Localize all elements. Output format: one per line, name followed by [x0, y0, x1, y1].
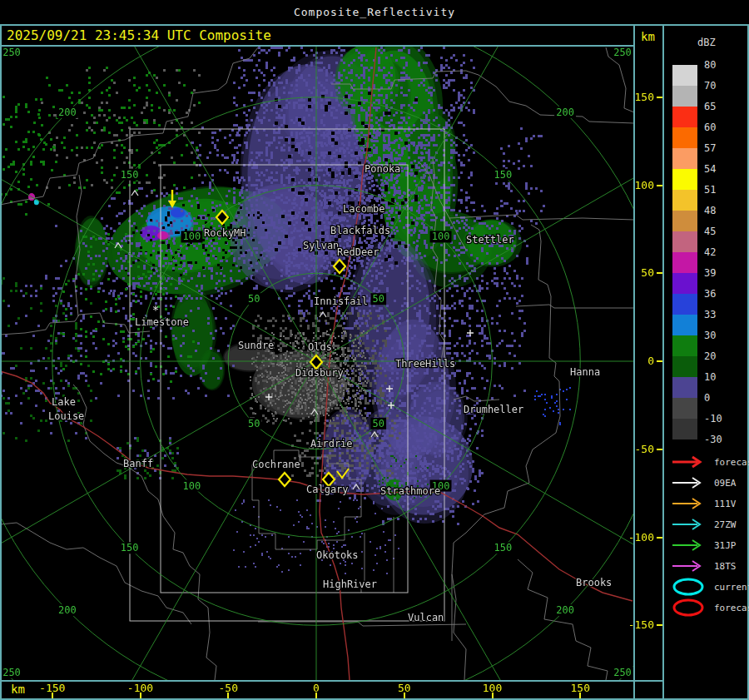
- ring-distance-label: 200: [58, 107, 77, 118]
- bottom-tick-mark: [140, 693, 141, 698]
- city-label: Limestone: [135, 316, 189, 328]
- right-tick-mark: [657, 449, 662, 450]
- scale-swatch: [672, 294, 697, 315]
- track-arrow-icon: [671, 514, 707, 534]
- scale-value-label: 57: [704, 142, 716, 154]
- scale-value-label: -30: [704, 434, 722, 445]
- radar-coverage-box: [130, 129, 444, 621]
- right-tick-mark: [657, 624, 662, 626]
- radar-app-window: { "title": "Composite_Reflectivity", "he…: [0, 0, 749, 700]
- check-marker: [337, 469, 349, 478]
- city-label: Okotoks: [316, 549, 359, 561]
- town-plus-marker: [386, 385, 393, 392]
- scale-swatch: [672, 252, 697, 273]
- peak-caret-marker: [131, 191, 138, 196]
- legend-item: 31JP: [671, 537, 737, 554]
- right-tick-label: 0: [627, 355, 654, 367]
- ring-distance-label: 100: [432, 231, 450, 242]
- right-tick-mark: [657, 97, 662, 98]
- county-boundary-line: [0, 47, 258, 205]
- legend-item-label: 111V: [714, 499, 737, 509]
- peak-caret-marker: [320, 312, 326, 317]
- ring-distance-label: 50: [373, 418, 384, 429]
- ring-distance-label: 50: [373, 293, 384, 305]
- legend-item-label: 31JP: [714, 540, 737, 551]
- city-label: Airdrie: [310, 438, 353, 449]
- city-label: Drumheller: [464, 404, 523, 415]
- scale-value-label: 65: [704, 101, 716, 112]
- city-label: Stettler: [466, 234, 514, 246]
- legend-item-label: 18TS: [714, 561, 737, 572]
- city-label: ThreeHills: [395, 358, 455, 370]
- county-boundary-line: [0, 523, 191, 624]
- scale-value-label: 42: [704, 246, 716, 258]
- scale-value-label: 36: [704, 288, 716, 300]
- city-label: Vulcan: [408, 612, 444, 623]
- right-tick-mark: [657, 185, 662, 186]
- track-arrow-icon: [671, 556, 707, 576]
- scale-value-label: 48: [704, 205, 716, 216]
- right-tick-label: 100: [627, 179, 654, 191]
- ring-distance-label: 150: [121, 169, 139, 181]
- window-title: Composite_Reflectivity: [0, 0, 749, 24]
- bottom-tick-mark: [52, 693, 53, 698]
- timestamp-label: 2025/09/21 23:45:34 UTC Composite: [7, 27, 271, 43]
- ring-distance-label: 250: [2, 47, 21, 58]
- county-boundary-line: [75, 175, 82, 316]
- legend-item: forecast: [671, 454, 749, 470]
- peak-caret-marker: [311, 410, 318, 415]
- scale-swatch: [672, 148, 697, 169]
- radar-map[interactable]: 5050505010010010010015015015015020020020…: [0, 47, 634, 680]
- county-boundary-line: [449, 215, 634, 220]
- scale-value-label: -10: [704, 413, 722, 424]
- legend-item-label: 09EA: [714, 478, 737, 489]
- ring-distance-label: 100: [183, 231, 201, 242]
- county-boundary-line: [452, 225, 560, 680]
- bottom-tick-mark: [492, 693, 494, 698]
- right-axis-unit-label: km: [641, 30, 655, 43]
- city-label: Didsbury: [295, 367, 344, 379]
- site-diamond-marker[interactable]: [334, 260, 345, 273]
- scale-swatch: [672, 273, 697, 294]
- ring-distance-label: 200: [556, 604, 574, 616]
- scale-swatch: [672, 86, 697, 107]
- city-label: Sylvan: [303, 240, 339, 251]
- ring-distance-label: 200: [58, 604, 77, 616]
- scale-value-label: 60: [704, 122, 716, 133]
- right-tick-label: -100: [627, 531, 654, 544]
- county-boundary-line: [454, 396, 499, 401]
- county-boundary-line: [73, 385, 216, 680]
- scale-value-label: 45: [704, 226, 716, 237]
- title-divider: [0, 24, 749, 26]
- scale-swatch: [672, 398, 697, 419]
- peak-caret-marker: [353, 484, 360, 489]
- scale-value-label: 54: [704, 163, 716, 175]
- city-label: Brooks: [576, 577, 612, 588]
- bottom-tick-mark: [227, 693, 229, 698]
- bottom-tick-mark: [579, 693, 581, 698]
- scale-swatch: [672, 231, 697, 252]
- range-spoke: [316, 361, 634, 603]
- scale-swatch: [672, 127, 697, 148]
- city-label: Lacombe: [343, 203, 385, 215]
- city-label: Olds: [308, 341, 332, 353]
- legend-item: forecast: [671, 599, 749, 616]
- scale-value-label: 70: [704, 80, 716, 92]
- right-tick-label: -150: [627, 618, 654, 631]
- ring-distance-label: 50: [248, 418, 260, 429]
- site-diamond-marker[interactable]: [216, 211, 228, 224]
- storm-ellipse-icon: [671, 577, 707, 597]
- scale-value-label: 20: [704, 350, 716, 362]
- bottom-tick-mark: [315, 693, 317, 698]
- city-label: HighRiver: [323, 578, 377, 590]
- city-label: RedDeer: [337, 246, 379, 258]
- town-plus-marker: [265, 394, 272, 400]
- scale-swatch: [672, 335, 697, 356]
- site-diamond-marker[interactable]: [279, 473, 290, 486]
- scale-value-label: 10: [704, 371, 716, 383]
- right-tick-label: 150: [627, 91, 654, 103]
- city-label: Ponoka: [365, 163, 400, 175]
- city-label: Louise: [48, 410, 84, 422]
- right-tick-mark: [657, 272, 662, 274]
- ring-distance-label: 50: [248, 293, 260, 305]
